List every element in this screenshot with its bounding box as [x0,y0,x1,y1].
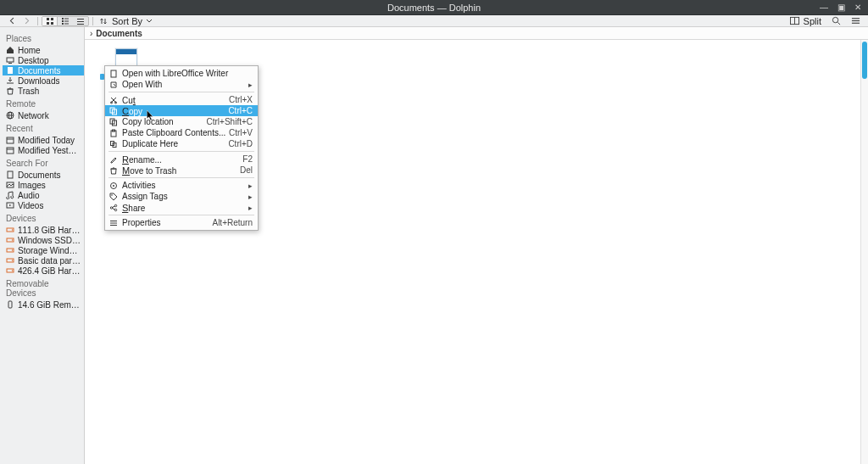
menu-paste-clipboard[interactable]: Paste Clipboard Contents... Ctrl+V [105,127,258,138]
activities-icon [108,181,119,191]
sidebar-item-device-2[interactable]: Storage Windows [3,245,84,255]
file-view[interactable]: Open with LibreOffice Writer Open With ▸… [85,40,868,464]
sidebar-item-documents[interactable]: Documents [3,65,84,75]
menu-move-to-trash[interactable]: Move to Trash Del [105,165,258,176]
sidebar-item-device-0[interactable]: 111.8 GiB Hard Drive [3,225,84,235]
hamburger-menu-button[interactable] [849,16,863,26]
drive-icon [6,266,14,275]
breadcrumb-separator: › [90,29,92,38]
sort-label: Sort By [112,16,142,26]
search-icon [832,16,841,25]
menu-open-with[interactable]: Open With ▸ [105,79,258,90]
sidebar-item-device-3[interactable]: Basic data partition [3,255,84,266]
menu-separator [108,215,254,215]
trash-icon [6,87,14,95]
svg-rect-5 [64,18,69,19]
trash-icon [108,165,119,176]
places-heading: Places [3,31,84,45]
sidebar-item-modified-yesterday[interactable]: Modified Yesterday [3,145,84,155]
menu-rename[interactable]: Rename... F2 [105,154,258,165]
copy-icon [108,106,119,116]
remote-heading: Remote [3,96,84,110]
image-icon [6,181,14,189]
context-menu: Open with LibreOffice Writer Open With ▸… [104,65,259,231]
menu-assign-tags[interactable]: Assign Tags ▸ [105,191,258,202]
home-icon [6,46,14,54]
sidebar-item-downloads[interactable]: Downloads [3,75,84,86]
menu-properties[interactable]: Properties Alt+Return [105,217,258,228]
forward-button[interactable] [19,16,34,26]
network-icon [6,111,14,120]
split-label: Split [804,16,821,26]
svg-point-15 [832,17,837,22]
svg-point-38 [12,249,13,250]
sidebar-item-home[interactable]: Home [3,45,84,55]
desktop-icon [6,56,14,64]
svg-rect-30 [8,171,13,178]
sidebar-item-trash[interactable]: Trash [3,86,84,96]
breadcrumb-item[interactable]: Documents [96,29,142,38]
svg-rect-0 [47,18,49,20]
split-button[interactable]: Split [787,16,824,26]
view-compact-button[interactable] [58,17,73,25]
svg-rect-9 [64,23,69,24]
window-title: Documents — Dolphin [387,3,481,13]
view-icons-button[interactable] [42,17,58,25]
sidebar-item-search-documents[interactable]: Documents [3,170,84,180]
sidebar-item-desktop[interactable]: Desktop [3,55,84,65]
svg-rect-20 [7,58,14,62]
sidebar-item-device-1[interactable]: Windows SSD storage [3,235,84,245]
documents-icon [6,66,14,75]
window-close-button[interactable]: ✕ [853,3,863,13]
usb-icon [6,300,14,309]
calendar-icon [6,136,14,144]
menu-copy[interactable]: Copy Ctrl+C [105,105,258,116]
svg-line-62 [113,208,115,210]
view-mode-group [42,16,89,26]
sidebar-item-network[interactable]: Network [3,110,84,120]
back-button[interactable] [5,16,19,26]
duplicate-icon [108,139,119,149]
svg-rect-12 [77,24,84,25]
submenu-arrow-icon: ▸ [248,182,253,190]
window-minimize-button[interactable]: — [819,3,829,13]
open-with-icon [108,80,119,90]
main-area: › Documents Open with LibreOffice Writer… [85,27,868,464]
svg-point-36 [12,239,13,240]
breadcrumb[interactable]: › Documents [85,27,868,40]
sidebar-item-removable-0[interactable]: 14.6 GiB Removable Media [3,299,84,310]
menu-activities[interactable]: Activities ▸ [105,180,258,191]
menu-copy-location[interactable]: Copy location Ctrl+Shift+C [105,116,258,127]
audio-icon [6,191,14,199]
menu-open-with-libreoffice[interactable]: Open with LibreOffice Writer [105,68,258,79]
scrollbar-thumb[interactable] [862,42,867,79]
hamburger-icon [851,16,860,25]
svg-rect-43 [8,301,12,308]
sidebar-item-modified-today[interactable]: Modified Today [3,135,84,145]
svg-rect-44 [111,70,116,77]
copy-location-icon [108,117,119,127]
search-button[interactable] [829,16,843,26]
window-maximize-button[interactable]: ▣ [836,3,846,13]
svg-rect-28 [7,148,14,154]
view-details-button[interactable] [73,17,88,25]
svg-rect-2 [47,22,49,25]
sidebar-item-search-images[interactable]: Images [3,180,84,190]
places-panel: Places Home Desktop Documents Downloads … [0,27,85,464]
removable-heading: Removable Devices [3,276,84,299]
sidebar-item-device-4[interactable]: 426.4 GiB Hard Drive [3,266,84,276]
svg-point-34 [12,229,13,230]
sidebar-item-search-audio[interactable]: Audio [3,190,84,200]
submenu-arrow-icon: ▸ [248,193,253,201]
tag-icon [108,192,119,202]
main-toolbar: Sort By Split [0,15,868,27]
sort-button[interactable]: Sort By [97,16,156,26]
vertical-scrollbar[interactable] [860,40,868,464]
sidebar-item-search-videos[interactable]: Videos [3,200,84,210]
devices-heading: Devices [3,210,84,225]
menu-share[interactable]: Share ▸ [105,202,258,213]
menu-duplicate-here[interactable]: Duplicate Here Ctrl+D [105,138,258,149]
menu-cut[interactable]: Cut Ctrl+X [105,94,258,105]
calendar-icon [6,146,14,154]
svg-rect-26 [7,137,14,143]
